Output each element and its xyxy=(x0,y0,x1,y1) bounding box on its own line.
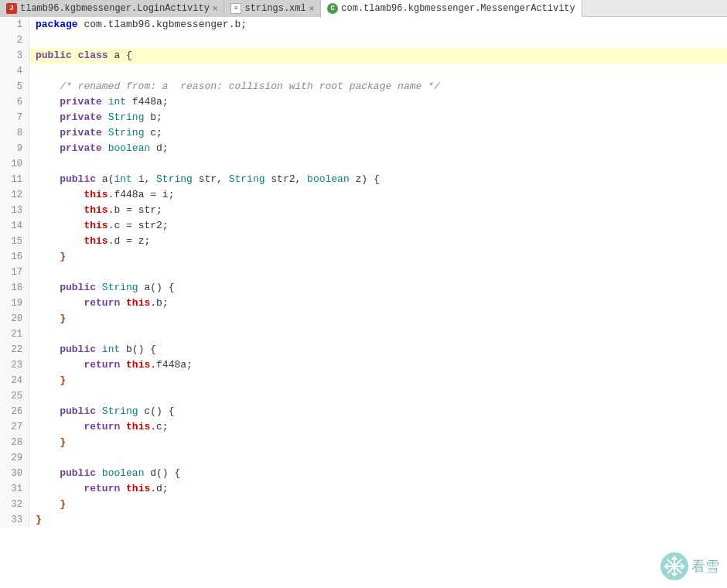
tab-tab3[interactable]: Ccom.tlamb96.kgbmessenger.MessengerActiv… xyxy=(321,0,582,17)
table-row: 18 public String a() { xyxy=(0,280,727,296)
line-content xyxy=(29,156,727,172)
table-row: 10 xyxy=(0,156,727,172)
line-content xyxy=(29,388,727,404)
kw-blue-token: package xyxy=(36,19,78,30)
brace-token: } xyxy=(60,498,66,510)
line-number: 26 xyxy=(0,404,29,419)
ret-token: return xyxy=(84,483,120,494)
line-content: return this.f448a; xyxy=(29,357,727,373)
table-row: 21 xyxy=(0,326,727,342)
table-row: 16 } xyxy=(0,249,727,265)
line-number: 24 xyxy=(0,373,29,388)
table-row: 8 private String c; xyxy=(0,125,727,141)
line-content: public String c() { xyxy=(29,404,727,419)
line-number: 17 xyxy=(0,265,29,280)
kw-token: public xyxy=(60,282,96,293)
table-row: 3public class a { xyxy=(0,48,727,63)
type-token: String xyxy=(102,405,138,417)
line-content: /* renamed from: a reason: collision wit… xyxy=(29,79,727,94)
line-content: private int f448a; xyxy=(29,94,727,110)
table-row: 31 return this.d; xyxy=(0,481,727,497)
line-content: return this.c; xyxy=(29,419,727,435)
line-number: 22 xyxy=(0,342,29,357)
line-content: public a(int i, String str, String str2,… xyxy=(29,172,727,187)
table-row: 4 xyxy=(0,63,727,79)
kw-token: public xyxy=(60,405,96,417)
line-content: this.b = str; xyxy=(29,203,727,218)
watermark-text: 看雪 xyxy=(691,557,719,576)
line-content xyxy=(29,265,727,280)
line-content: return this.d; xyxy=(29,481,727,497)
line-number: 31 xyxy=(0,481,29,497)
brace-token: } xyxy=(36,514,42,525)
line-number: 29 xyxy=(0,450,29,466)
kw-token: public xyxy=(60,173,96,185)
kw-token: private xyxy=(60,96,102,108)
line-number: 33 xyxy=(0,512,29,528)
type-token: String xyxy=(156,173,193,185)
table-row: 9 private boolean d; xyxy=(0,141,727,156)
line-content xyxy=(29,450,727,466)
tab-label: tlamb96.kgbmessenger.LoginActivity xyxy=(20,3,210,14)
line-number: 19 xyxy=(0,296,29,311)
kw-token: public xyxy=(36,50,72,61)
this-token: this xyxy=(84,189,108,200)
this-token: this xyxy=(126,483,150,494)
table-row: 24 } xyxy=(0,373,727,388)
line-content: } xyxy=(29,311,727,326)
ret-token: return xyxy=(84,297,120,309)
watermark: 看雪 xyxy=(660,552,719,580)
line-content xyxy=(29,63,727,79)
this-token: this xyxy=(126,297,150,309)
line-number: 2 xyxy=(0,32,29,48)
line-number: 6 xyxy=(0,94,29,110)
kw-token: private xyxy=(60,111,102,123)
line-number: 12 xyxy=(0,187,29,203)
table-row: 5 /* renamed from: a reason: collision w… xyxy=(0,79,727,94)
ret-token: return xyxy=(84,421,120,432)
type-token: boolean xyxy=(307,173,350,185)
line-number: 9 xyxy=(0,141,29,156)
kw-token: class xyxy=(78,50,108,61)
line-content: this.c = str2; xyxy=(29,218,727,234)
line-number: 8 xyxy=(0,125,29,141)
line-content xyxy=(29,32,727,48)
table-row: 19 return this.b; xyxy=(0,296,727,311)
line-number: 5 xyxy=(0,79,29,94)
brace-token: } xyxy=(60,374,66,386)
line-number: 32 xyxy=(0,497,29,512)
line-number: 23 xyxy=(0,357,29,373)
line-content: private boolean d; xyxy=(29,141,727,156)
table-row: 12 this.f448a = i; xyxy=(0,187,727,203)
brace-token: } xyxy=(60,436,66,448)
line-number: 11 xyxy=(0,172,29,187)
table-row: 15 this.d = z; xyxy=(0,234,727,249)
kw-token: private xyxy=(60,127,102,138)
tab-close-button[interactable]: ✕ xyxy=(309,3,315,13)
line-content: public boolean d() { xyxy=(29,466,727,481)
line-content: package com.tlamb96.kgbmessenger.b; xyxy=(29,17,727,32)
line-content: return this.b; xyxy=(29,296,727,311)
type-token: int xyxy=(108,96,126,108)
line-content: this.f448a = i; xyxy=(29,187,727,203)
brace-token: } xyxy=(60,313,66,324)
line-number: 28 xyxy=(0,435,29,450)
line-content: public class a { xyxy=(29,48,727,63)
tab-tab2[interactable]: ≡strings.xml✕ xyxy=(224,0,321,17)
table-row: 23 return this.f448a; xyxy=(0,357,727,373)
line-number: 1 xyxy=(0,17,29,32)
table-row: 30 public boolean d() { xyxy=(0,466,727,481)
tab-label: strings.xml xyxy=(244,3,305,14)
tab-bar: Jtlamb96.kgbmessenger.LoginActivity✕≡str… xyxy=(0,0,727,17)
line-content: public String a() { xyxy=(29,280,727,296)
line-number: 10 xyxy=(0,156,29,172)
type-token: String xyxy=(108,127,145,138)
class-icon: C xyxy=(327,3,338,14)
line-number: 18 xyxy=(0,280,29,296)
table-row: 13 this.b = str; xyxy=(0,203,727,218)
this-token: this xyxy=(84,235,108,247)
tab-close-button[interactable]: ✕ xyxy=(213,3,218,13)
tab-tab1[interactable]: Jtlamb96.kgbmessenger.LoginActivity✕ xyxy=(0,0,224,17)
line-number: 30 xyxy=(0,466,29,481)
line-number: 20 xyxy=(0,311,29,326)
